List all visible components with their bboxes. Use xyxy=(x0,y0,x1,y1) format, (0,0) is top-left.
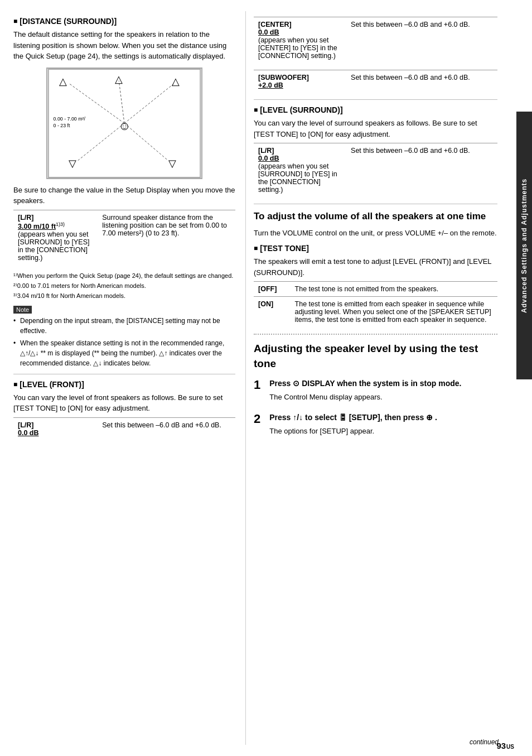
lr-extra: (appears when you set [SURROUND] to [YES… xyxy=(18,230,90,262)
dist-label: 0.00 - 7.00 m²/ xyxy=(54,116,86,122)
center-value: 0.0 dB xyxy=(258,28,279,36)
wavy-divider xyxy=(254,334,497,335)
on-col1: [ON] xyxy=(254,297,291,328)
notes-list: Depending on the input stream, the [DIST… xyxy=(13,316,235,368)
footnote-2: ²⁾0.00 to 7.01 meters for North American… xyxy=(13,282,235,290)
section-divider xyxy=(13,374,235,374)
page: [DISTANCE (SURROUND)] The default distan… xyxy=(0,0,532,756)
lrs-extra: (appears when you set [SURROUND] to [YES… xyxy=(258,162,337,194)
table-row: [ON] The test tone is emitted from each … xyxy=(254,297,497,328)
footnote-3: ³⁾3.04 m/10 ft for North American models… xyxy=(13,292,235,300)
adjusting-heading: Adjusting the speaker level by using the… xyxy=(254,341,497,371)
page-num: 93 xyxy=(496,741,506,750)
step-1-num: 1 xyxy=(254,378,260,392)
sub-col1: [SUBWOOFER] +2.0 dB xyxy=(254,70,346,93)
continued-label: continued xyxy=(470,738,499,746)
svg-line-2 xyxy=(119,80,124,123)
center-table: [CENTER] 0.0 dB (appears when you set [C… xyxy=(254,17,497,63)
svg-line-3 xyxy=(124,84,173,123)
on-label: [ON] xyxy=(258,300,273,308)
lf-col2: Set this between –6.0 dB and +6.0 dB. xyxy=(98,417,235,440)
lr-surround-table: [L/R] 0.0 dB (appears when you set [SURR… xyxy=(254,143,497,197)
sidebar-label: Advanced Settings and Adjustments xyxy=(516,112,532,379)
level-front-body: You can vary the level of front speakers… xyxy=(13,392,235,414)
sub-label: [SUBWOOFER] xyxy=(258,74,309,81)
test-tone-title: [TEST TONE] xyxy=(254,244,497,253)
lrs-col1: [L/R] 0.0 dB (appears when you set [SURR… xyxy=(254,143,346,198)
center-extra: (appears when you set [CENTER] to [YES] … xyxy=(258,36,337,60)
step-2: 2 Press ↑/↓ to select 🎛 [SETUP], then pr… xyxy=(254,412,497,440)
step-1-title: Press ⊙ DISPLAY when the system is in st… xyxy=(269,378,461,389)
off-col2: The test tone is not emitted from the sp… xyxy=(291,282,497,297)
svg-line-5 xyxy=(124,123,168,161)
page-us: US xyxy=(506,744,514,750)
note-item: When the speaker distance setting is not… xyxy=(13,338,235,368)
right-column: [CENTER] 0.0 dB (appears when you set [C… xyxy=(245,11,507,745)
table-row: [CENTER] 0.0 dB (appears when you set [C… xyxy=(254,17,497,64)
distance-surround-body: The default distance setting for the spe… xyxy=(13,29,235,62)
svg-line-4 xyxy=(78,123,124,161)
lr-dist-col1: [L/R] 3.00 m/10 ft1)3) (appears when you… xyxy=(13,210,98,265)
test-tone-table: [OFF] The test tone is not emitted from … xyxy=(254,281,497,327)
table-row: [L/R] 3.00 m/10 ft1)3) (appears when you… xyxy=(13,210,235,265)
lr-sup: 1)3) xyxy=(56,221,65,227)
off-col1: [OFF] xyxy=(254,282,291,297)
listener-icon: ☺ xyxy=(118,118,130,132)
step-2-body: The options for [SETUP] appear. xyxy=(269,426,437,437)
spk-tr-icon: △ xyxy=(172,76,180,87)
step-2-title: Press ↑/↓ to select 🎛 [SETUP], then pres… xyxy=(269,412,437,423)
step-2-num: 2 xyxy=(254,412,260,426)
level-front-table: [L/R] 0.0 dB Set this between –6.0 dB an… xyxy=(13,417,235,440)
footnote-1: ¹⁾When you perform the Quick Setup (page… xyxy=(13,272,235,280)
sub-col2: Set this between –6.0 dB and +6.0 dB. xyxy=(346,70,497,93)
subwoofer-table: [SUBWOOFER] +2.0 dB Set this between –6.… xyxy=(254,70,497,93)
table-row: [L/R] 0.0 dB (appears when you set [SURR… xyxy=(254,143,497,198)
lr-label: [L/R] xyxy=(18,214,33,221)
table-row: [L/R] 0.0 dB Set this between –6.0 dB an… xyxy=(13,417,235,440)
lr-distance-table: [L/R] 3.00 m/10 ft1)3) (appears when you… xyxy=(13,210,235,265)
sub-value: +2.0 dB xyxy=(258,81,283,89)
dist-label2: 0 - 23 ft xyxy=(54,122,70,128)
spk-tl-icon: △ xyxy=(59,76,67,87)
center-label: [CENTER] xyxy=(258,21,292,28)
table-row: [OFF] The test tone is not emitted from … xyxy=(254,282,497,297)
page-number-area: 93US xyxy=(496,741,514,750)
lf-col1: [L/R] 0.0 dB xyxy=(13,417,98,440)
spk-br-icon: ▽ xyxy=(168,158,176,169)
distance-note-bottom: Be sure to change the value in the Setup… xyxy=(13,185,235,206)
level-surround-body: You can vary the level of surround speak… xyxy=(254,118,497,139)
off-label: [OFF] xyxy=(258,285,277,293)
lrs-value: 0.0 dB xyxy=(258,155,279,162)
spk-tc-icon: △ xyxy=(115,74,123,85)
section-divider-3 xyxy=(254,204,497,204)
center-col1: [CENTER] 0.0 dB (appears when you set [C… xyxy=(254,17,346,64)
step-1: 1 Press ⊙ DISPLAY when the system is in … xyxy=(254,378,497,406)
note-item: Depending on the input stream, the [DIST… xyxy=(13,316,235,336)
test-tone-body: The speakers will emit a test tone to ad… xyxy=(254,256,497,278)
on-col2: The test tone is emitted from each speak… xyxy=(291,297,497,328)
adjust-volume-heading: To adjust the volume of all the speakers… xyxy=(254,210,497,223)
lr-dist-col2: Surround speaker distance from the liste… xyxy=(98,210,235,265)
spk-bl-icon: ▽ xyxy=(69,158,76,169)
lf-label: [L/R] xyxy=(18,421,33,429)
level-front-title: [LEVEL (FRONT)] xyxy=(13,380,235,389)
adjust-volume-body: Turn the VOLUME control on the unit, or … xyxy=(254,228,497,239)
left-column: [DISTANCE (SURROUND)] The default distan… xyxy=(0,11,245,745)
speaker-diagram: △ △ △ ▽ ▽ ☺ 0.00 - 7.00 m²/ 0 - 23 ft xyxy=(46,68,202,179)
step-2-content: Press ↑/↓ to select 🎛 [SETUP], then pres… xyxy=(269,412,437,440)
note-label: Note xyxy=(13,306,32,314)
distance-surround-title: [DISTANCE (SURROUND)] xyxy=(13,17,235,26)
center-col2: Set this between –6.0 dB and +6.0 dB. xyxy=(346,17,497,64)
lrs-col2: Set this between –6.0 dB and +6.0 dB. xyxy=(346,143,497,198)
table-row: [SUBWOOFER] +2.0 dB Set this between –6.… xyxy=(254,70,497,93)
lf-value: 0.0 dB xyxy=(18,429,39,437)
lr-value: 3.00 m/10 ft xyxy=(18,223,56,230)
section-divider-2 xyxy=(254,99,497,100)
lrs-label: [L/R] xyxy=(258,147,274,155)
level-surround-title: [LEVEL (SURROUND)] xyxy=(254,105,497,114)
step-1-body: The Control Menu display appears. xyxy=(269,392,461,403)
step-1-content: Press ⊙ DISPLAY when the system is in st… xyxy=(269,378,461,406)
